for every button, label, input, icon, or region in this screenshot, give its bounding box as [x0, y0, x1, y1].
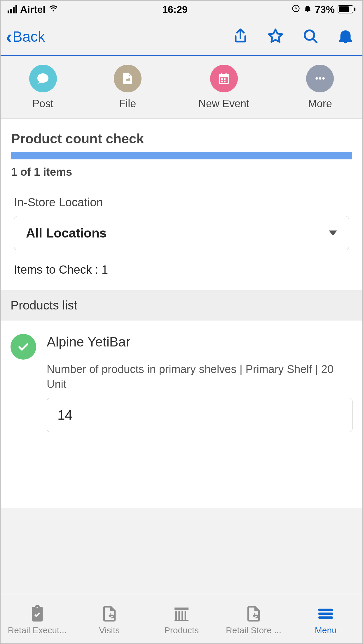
action-new-event[interactable]: New Event: [198, 65, 249, 110]
action-file-label: File: [119, 98, 136, 110]
progress-text: 1 of 1 items: [1, 166, 362, 196]
location-label: In-Store Location: [1, 196, 362, 216]
location-select[interactable]: All Locations: [14, 216, 349, 250]
back-button[interactable]: ‹ Back: [6, 27, 45, 46]
quick-actions: Post File New Event More: [1, 56, 362, 119]
product-subtitle: Number of products in primary shelves | …: [47, 362, 352, 392]
action-new-event-label: New Event: [198, 98, 249, 110]
product-name: Alpine YetiBar: [47, 334, 352, 350]
location-value: All Locations: [26, 226, 107, 240]
tab-menu[interactable]: Menu: [290, 604, 362, 635]
bell-icon[interactable]: [337, 28, 354, 45]
alarm-icon: [303, 4, 312, 15]
action-post[interactable]: Post: [29, 65, 57, 110]
tab-retail-store[interactable]: Retail Store ...: [218, 604, 290, 635]
nav-bar: ‹ Back: [1, 18, 362, 56]
page-title: Product count check: [1, 119, 362, 152]
tab-label: Products: [164, 625, 199, 635]
tab-label: Retail Execut...: [8, 625, 67, 635]
search-icon[interactable]: [302, 28, 319, 45]
tab-label: Retail Store ...: [226, 625, 281, 635]
file-icon: [114, 65, 142, 92]
carrier-label: Airtel: [20, 4, 46, 15]
action-more[interactable]: More: [306, 65, 334, 110]
tab-products[interactable]: Products: [145, 604, 217, 635]
tab-retail-execution[interactable]: Retail Execut...: [1, 604, 73, 635]
svg-point-3: [319, 77, 321, 80]
tab-bar: Retail Execut... Visits Products Retail …: [1, 594, 362, 643]
action-more-label: More: [308, 98, 332, 110]
check-icon: [11, 334, 36, 360]
product-count-input[interactable]: [47, 398, 352, 432]
tab-label: Menu: [315, 625, 337, 635]
battery-pct: 73%: [315, 4, 335, 15]
wifi-icon: [48, 3, 58, 15]
chevron-down-icon: [329, 230, 337, 236]
clock: 16:29: [162, 4, 188, 15]
svg-point-4: [322, 77, 324, 80]
products-list-header: Products list: [1, 290, 362, 321]
back-label: Back: [13, 28, 45, 45]
items-to-check: Items to Check : 1: [1, 263, 362, 290]
tab-visits[interactable]: Visits: [73, 604, 145, 635]
share-icon[interactable]: [232, 28, 249, 45]
empty-area: [1, 508, 362, 594]
action-post-label: Post: [32, 98, 53, 110]
star-icon[interactable]: [267, 28, 284, 45]
chevron-left-icon: ‹: [6, 27, 12, 46]
signal-icon: [8, 5, 17, 13]
product-row: Alpine YetiBar Number of products in pri…: [1, 321, 362, 441]
orientation-lock-icon: [292, 4, 300, 15]
progress-bar: [11, 152, 352, 159]
more-icon: [306, 65, 334, 92]
post-icon: [29, 65, 57, 92]
calendar-icon: [210, 65, 238, 92]
action-file[interactable]: File: [114, 65, 142, 110]
battery-icon: [338, 5, 355, 13]
svg-point-2: [315, 77, 318, 80]
status-bar: Airtel 16:29 73%: [1, 1, 362, 18]
tab-label: Visits: [99, 625, 120, 635]
